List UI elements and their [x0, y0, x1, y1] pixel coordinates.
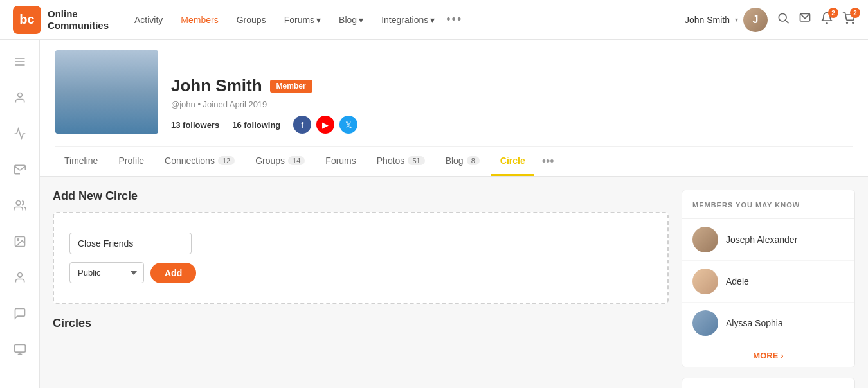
- member-row-joseph: Joseph Alexander: [682, 219, 854, 261]
- search-icon[interactable]: [777, 12, 790, 28]
- tab-connections[interactable]: Connections 12: [156, 147, 244, 176]
- profile-name-row: John Smith Member: [171, 76, 853, 96]
- notifications-icon[interactable]: 2: [820, 12, 833, 28]
- integrations-chevron-icon: ▾: [430, 15, 435, 25]
- topnav-username: John Smith: [685, 15, 730, 25]
- profile-info-row: John Smith Member @john • Joined April 2…: [55, 50, 853, 141]
- main-content: John Smith Member @john • Joined April 2…: [40, 40, 868, 388]
- profile-stats: 13 followers 16 following f ▶ 𝕏: [171, 116, 853, 134]
- updates-card: LATEST UPDATES Nicolina posted an update…: [682, 378, 855, 388]
- tab-forums[interactable]: Forums: [316, 147, 365, 176]
- circle-name-input[interactable]: [69, 233, 192, 254]
- profile-tabs: Timeline Profile Connections 12 Groups 1…: [55, 146, 853, 176]
- topnav-left: bc Online Communities Activity Members G…: [13, 6, 685, 34]
- more-menu-button[interactable]: •••: [446, 13, 462, 26]
- member-avatar-alyssa: [692, 310, 718, 336]
- page-body: Add New Circle Public Private Friends On…: [40, 177, 868, 388]
- svg-point-12: [17, 273, 22, 278]
- circles-section-title: Circles: [53, 317, 669, 330]
- member-row-adele: Adele: [682, 261, 854, 303]
- sidebar-inbox-icon[interactable]: [8, 158, 32, 181]
- tab-profile[interactable]: Profile: [109, 147, 153, 176]
- facebook-icon[interactable]: f: [293, 116, 311, 134]
- updates-card-header: LATEST UPDATES: [682, 378, 854, 388]
- sidebar-image-icon[interactable]: [8, 230, 32, 253]
- more-chevron-icon: ›: [781, 351, 783, 360]
- hamburger-menu-icon[interactable]: [8, 50, 32, 73]
- messages-icon[interactable]: [799, 12, 811, 28]
- profile-photo-image: [55, 50, 158, 134]
- profile-name: John Smith: [171, 76, 262, 96]
- topnav-right: John Smith ▾ J 2 2: [685, 8, 855, 32]
- sidebar-left: [0, 40, 40, 388]
- member-name-adele: Adele: [726, 276, 749, 287]
- add-circle-button[interactable]: Add: [150, 263, 196, 283]
- blog-chevron-icon: ▾: [359, 15, 363, 25]
- member-badge: Member: [270, 80, 312, 93]
- logo-icon: bc: [13, 6, 41, 34]
- members-card: MEMBERS YOU MAY KNOW Joseph Alexander Ad…: [682, 190, 855, 367]
- user-menu[interactable]: John Smith ▾ J: [685, 8, 768, 32]
- svg-point-0: [779, 13, 786, 21]
- svg-point-11: [17, 239, 18, 241]
- followers-stat: 13 followers: [171, 120, 219, 130]
- sidebar-monitor-icon[interactable]: [8, 338, 32, 361]
- profile-header: John Smith Member @john • Joined April 2…: [40, 40, 868, 177]
- following-stat: 16 following: [232, 120, 280, 130]
- tab-blog[interactable]: Blog 8: [437, 147, 489, 176]
- circle-main: Add New Circle Public Private Friends On…: [53, 190, 669, 388]
- social-icons: f ▶ 𝕏: [293, 116, 357, 134]
- main-layout: John Smith Member @john • Joined April 2…: [0, 40, 868, 388]
- members-more-link[interactable]: MORE ›: [682, 344, 854, 367]
- tab-groups[interactable]: Groups 14: [246, 147, 314, 176]
- user-chevron-icon: ▾: [735, 16, 738, 23]
- nav-groups[interactable]: Groups: [230, 11, 273, 29]
- svg-point-8: [17, 93, 22, 98]
- cart-badge: 2: [850, 8, 860, 18]
- tab-photos[interactable]: Photos 51: [368, 147, 434, 176]
- member-name-joseph: Joseph Alexander: [726, 234, 797, 245]
- profile-meta: @john • Joined April 2019: [171, 100, 853, 109]
- add-circle-box: Public Private Friends Only Add: [53, 212, 669, 304]
- sidebar-user-icon[interactable]: [8, 86, 32, 109]
- youtube-icon[interactable]: ▶: [316, 116, 334, 134]
- circle-controls-row: Public Private Friends Only Add: [69, 262, 652, 283]
- member-name-alyssa: Alyssa Sophia: [726, 318, 783, 328]
- sidebar-chat-icon[interactable]: [8, 302, 32, 325]
- svg-point-3: [847, 22, 848, 24]
- sidebar-group-icon[interactable]: [8, 194, 32, 217]
- member-avatar-joseph: [692, 227, 718, 252]
- logo[interactable]: bc Online Communities: [13, 6, 109, 34]
- logo-text: Online Communities: [48, 8, 109, 31]
- notification-badge: 2: [828, 8, 838, 18]
- user-avatar: J: [743, 8, 768, 32]
- sidebar-profile-icon[interactable]: [8, 266, 32, 289]
- twitter-icon[interactable]: 𝕏: [339, 116, 357, 134]
- tab-circle[interactable]: Circle: [491, 147, 534, 176]
- tab-more-button[interactable]: •••: [537, 147, 559, 176]
- members-card-header: MEMBERS YOU MAY KNOW: [682, 190, 854, 219]
- svg-line-1: [786, 21, 789, 24]
- nav-links: Activity Members Groups Forums ▾ Blog ▾ …: [128, 11, 462, 29]
- forums-chevron-icon: ▾: [316, 15, 321, 25]
- sidebar-activity-icon[interactable]: [8, 122, 32, 145]
- profile-photo: [55, 50, 158, 134]
- page-sidebar: MEMBERS YOU MAY KNOW Joseph Alexander Ad…: [682, 190, 855, 388]
- cart-icon[interactable]: 2: [842, 12, 855, 28]
- member-row-alyssa: Alyssa Sophia: [682, 303, 854, 344]
- visibility-select[interactable]: Public Private Friends Only: [69, 262, 144, 283]
- nav-integrations[interactable]: Integrations ▾: [375, 11, 441, 29]
- nav-blog[interactable]: Blog ▾: [332, 11, 370, 29]
- profile-details: John Smith Member @john • Joined April 2…: [171, 76, 853, 134]
- add-circle-title: Add New Circle: [53, 190, 669, 203]
- member-avatar-adele: [692, 269, 718, 294]
- members-card-title: MEMBERS YOU MAY KNOW: [692, 201, 800, 209]
- nav-members[interactable]: Members: [174, 11, 224, 29]
- circle-input-row: [69, 233, 652, 254]
- nav-forums[interactable]: Forums ▾: [278, 11, 327, 29]
- svg-point-4: [853, 22, 854, 24]
- nav-activity[interactable]: Activity: [128, 11, 169, 29]
- svg-rect-13: [14, 345, 25, 353]
- tab-timeline[interactable]: Timeline: [55, 147, 107, 176]
- svg-point-9: [16, 201, 21, 206]
